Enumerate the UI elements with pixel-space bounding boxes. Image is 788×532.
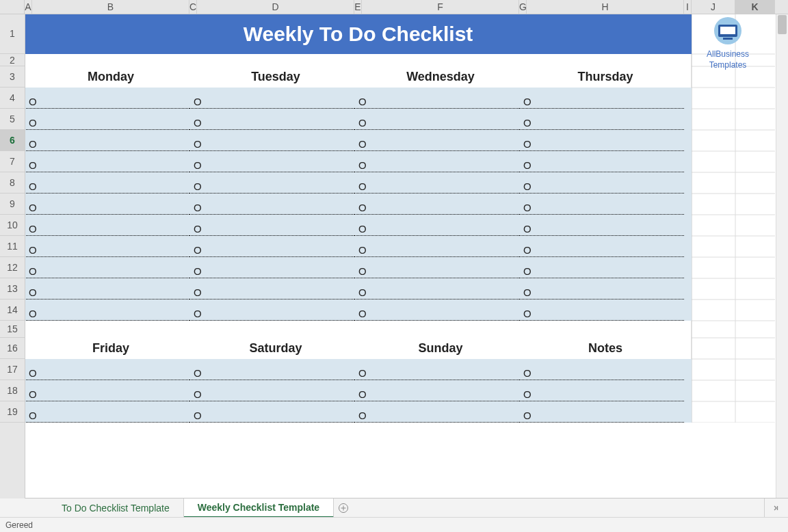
row-header[interactable]: 19 <box>0 401 25 423</box>
row-header[interactable]: 12 <box>0 257 25 278</box>
day-header: Thursday <box>527 66 684 88</box>
task-cell[interactable]: O <box>189 410 354 423</box>
logo-text-2: Templates <box>697 61 759 69</box>
task-cell[interactable]: O <box>25 287 189 300</box>
task-cell[interactable]: O <box>354 244 519 257</box>
row-header[interactable]: 11 <box>0 236 25 257</box>
task-cell[interactable]: O <box>519 388 684 401</box>
task-cell[interactable]: O <box>354 388 519 401</box>
task-cell[interactable]: O <box>189 117 354 130</box>
col-header[interactable]: J <box>692 0 735 14</box>
svg-rect-24 <box>720 27 735 34</box>
col-header[interactable]: C <box>189 0 197 14</box>
sheet-tab[interactable]: To Do Checklist Template <box>48 498 184 518</box>
task-cell[interactable]: O <box>189 181 354 194</box>
row-header[interactable]: 3 <box>0 66 25 88</box>
row-header[interactable]: 8 <box>0 172 25 194</box>
col-header[interactable]: D <box>197 0 354 14</box>
row-header[interactable]: 14 <box>0 300 25 321</box>
task-cell[interactable]: O <box>25 117 189 130</box>
task-cell[interactable]: O <box>25 410 189 423</box>
task-cell[interactable]: O <box>189 223 354 236</box>
vertical-scrollbar[interactable] <box>776 14 788 498</box>
task-cell[interactable]: O <box>354 265 519 278</box>
task-cell[interactable]: O <box>519 410 684 423</box>
row-header[interactable]: 2 <box>0 54 25 66</box>
task-cell[interactable]: O <box>354 287 519 300</box>
col-header[interactable]: I <box>684 0 692 14</box>
task-cell[interactable]: O <box>25 181 189 194</box>
task-cell[interactable]: O <box>189 367 354 380</box>
task-cell[interactable]: O <box>519 367 684 380</box>
task-cell[interactable]: O <box>519 244 684 257</box>
task-cell[interactable]: O <box>354 117 519 130</box>
task-cell[interactable]: O <box>189 96 354 109</box>
task-cell[interactable]: O <box>25 388 189 401</box>
task-cell[interactable]: O <box>354 410 519 423</box>
col-header[interactable]: F <box>362 0 519 14</box>
task-cell[interactable]: O <box>25 367 189 380</box>
task-cell[interactable]: O <box>189 308 354 321</box>
row-header[interactable]: 7 <box>0 151 25 172</box>
row-header[interactable]: 18 <box>0 380 25 401</box>
sheet-tab[interactable]: Weekly Checklist Template <box>184 498 334 518</box>
task-cell[interactable]: O <box>25 159 189 172</box>
task-cell[interactable]: O <box>519 96 684 109</box>
section2-block: OOOOOOOOOOOO <box>25 359 692 423</box>
task-cell[interactable]: O <box>519 265 684 278</box>
task-cell[interactable]: O <box>189 388 354 401</box>
task-cell[interactable]: O <box>25 202 189 215</box>
task-cell[interactable]: O <box>25 244 189 257</box>
task-cell[interactable]: O <box>519 138 684 151</box>
col-header[interactable]: B <box>32 0 189 14</box>
task-cell[interactable]: O <box>354 308 519 321</box>
task-cell[interactable]: O <box>519 287 684 300</box>
row-header[interactable]: 4 <box>0 88 25 109</box>
task-cell[interactable]: O <box>354 159 519 172</box>
task-cell[interactable]: O <box>189 202 354 215</box>
task-cell[interactable]: O <box>25 223 189 236</box>
new-sheet-button[interactable] <box>334 498 353 518</box>
col-header[interactable]: G <box>519 0 527 14</box>
row-header[interactable]: 6 <box>0 130 25 151</box>
task-cell[interactable]: O <box>354 367 519 380</box>
task-cell[interactable]: O <box>519 223 684 236</box>
col-header[interactable]: H <box>527 0 684 14</box>
title-text: Weekly To Do Checklist <box>244 24 473 44</box>
task-cell[interactable]: O <box>519 308 684 321</box>
task-cell[interactable]: O <box>354 223 519 236</box>
scrollbar-thumb[interactable] <box>778 15 787 34</box>
sheet-body[interactable]: Weekly To Do Checklist MondayTuesdayWedn… <box>25 14 788 498</box>
task-cell[interactable]: O <box>354 181 519 194</box>
row-header[interactable]: 9 <box>0 194 25 215</box>
task-cell[interactable]: O <box>519 117 684 130</box>
task-cell[interactable]: O <box>189 244 354 257</box>
logo: AllBusiness Templates <box>697 16 759 69</box>
task-cell[interactable]: O <box>519 159 684 172</box>
task-cell[interactable]: O <box>189 265 354 278</box>
row-header[interactable]: 16 <box>0 338 25 359</box>
task-cell[interactable]: O <box>25 138 189 151</box>
task-cell[interactable]: O <box>519 181 684 194</box>
task-cell[interactable]: O <box>25 265 189 278</box>
row-header[interactable]: 15 <box>0 321 25 338</box>
task-cell[interactable]: O <box>189 287 354 300</box>
row-header[interactable]: 10 <box>0 215 25 236</box>
row-header[interactable]: 13 <box>0 278 25 300</box>
task-cell[interactable]: O <box>354 96 519 109</box>
task-cell[interactable]: O <box>519 202 684 215</box>
task-cell[interactable]: O <box>25 308 189 321</box>
task-cell[interactable]: O <box>189 159 354 172</box>
tab-scroll-right[interactable] <box>764 498 788 518</box>
select-all-corner[interactable] <box>0 0 25 14</box>
col-header[interactable]: E <box>354 0 362 14</box>
row-header[interactable]: 5 <box>0 109 25 130</box>
row-header[interactable]: 17 <box>0 359 25 380</box>
col-header[interactable]: K <box>735 0 775 14</box>
col-header[interactable]: A <box>25 0 32 14</box>
task-cell[interactable]: O <box>354 138 519 151</box>
task-cell[interactable]: O <box>354 202 519 215</box>
task-cell[interactable]: O <box>189 138 354 151</box>
row-header[interactable]: 1 <box>0 14 25 54</box>
task-cell[interactable]: O <box>25 96 189 109</box>
